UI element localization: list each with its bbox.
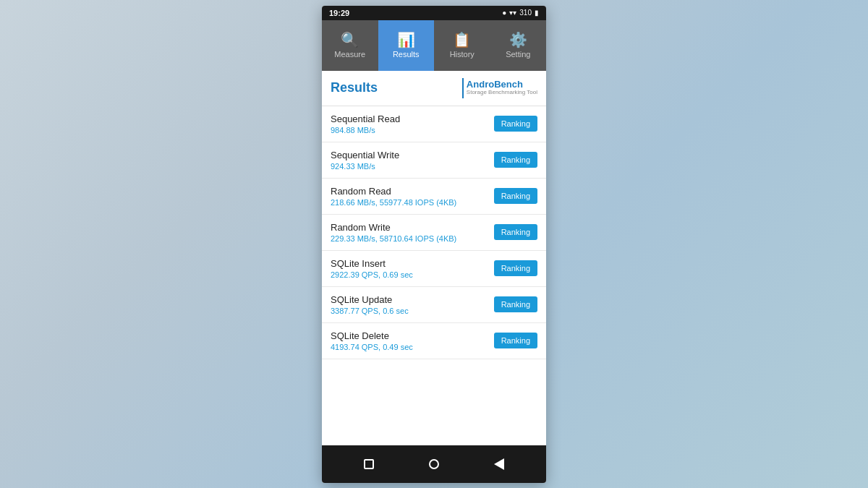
benchmark-info-sqlite-insert: SQLite Insert 2922.39 QPS, 0.69 sec [331, 258, 413, 279]
signal-text: 310 [519, 9, 532, 17]
tab-history-label: History [450, 50, 475, 59]
moon-icon: ● [502, 9, 506, 17]
home-button[interactable] [420, 450, 448, 479]
benchmark-name-sequential-write: Sequential Write [331, 150, 399, 160]
ranking-button-sequential-write[interactable]: Ranking [494, 152, 537, 168]
benchmark-row-random-read: Random Read 218.66 MB/s, 55977.48 IOPS (… [322, 179, 546, 215]
battery-icon: ▮ [535, 9, 539, 17]
results-title: Results [331, 80, 378, 95]
ranking-button-sqlite-insert[interactable]: Ranking [494, 260, 537, 276]
benchmark-list: Sequential Read 984.88 MB/s Ranking Sequ… [322, 106, 546, 445]
benchmark-value-sqlite-insert: 2922.39 QPS, 0.69 sec [331, 270, 413, 279]
history-icon: 📋 [453, 33, 471, 47]
tab-setting-label: Setting [506, 50, 530, 59]
tab-measure[interactable]: 🔍 Measure [322, 20, 378, 71]
benchmark-row-random-write: Random Write 229.33 MB/s, 58710.64 IOPS … [322, 215, 546, 251]
tab-setting[interactable]: ⚙️ Setting [490, 20, 547, 71]
benchmark-info-random-read: Random Read 218.66 MB/s, 55977.48 IOPS (… [331, 186, 456, 207]
tab-results-label: Results [393, 50, 420, 59]
tab-results[interactable]: 📊 Results [378, 20, 435, 71]
benchmark-value-random-write: 229.33 MB/s, 58710.64 IOPS (4KB) [331, 234, 456, 243]
ranking-button-sqlite-delete[interactable]: Ranking [494, 333, 537, 348]
bottom-nav [322, 445, 546, 483]
brand-divider [462, 78, 464, 98]
home-icon [429, 459, 439, 469]
benchmark-info-sqlite-delete: SQLite Delete 4193.74 QPS, 0.49 sec [331, 330, 413, 351]
benchmark-value-sequential-read: 984.88 MB/s [331, 126, 400, 134]
benchmark-value-sequential-write: 924.33 MB/s [331, 162, 399, 171]
benchmark-value-sqlite-update: 3387.77 QPS, 0.6 sec [331, 307, 409, 315]
brand-name: AndroBench [467, 80, 537, 90]
benchmark-info-sqlite-update: SQLite Update 3387.77 QPS, 0.6 sec [331, 294, 409, 315]
tab-history[interactable]: 📋 History [434, 20, 490, 71]
wifi-icon: ▾▾ [509, 9, 516, 17]
results-icon: 📊 [397, 33, 415, 47]
benchmark-row-sequential-read: Sequential Read 984.88 MB/s Ranking [322, 106, 546, 142]
benchmark-name-random-read: Random Read [331, 186, 456, 197]
brand-subtitle: Storage Benchmarking Tool [467, 90, 537, 96]
benchmark-value-random-read: 218.66 MB/s, 55977.48 IOPS (4KB) [331, 198, 456, 207]
benchmark-info-sequential-write: Sequential Write 924.33 MB/s [331, 150, 399, 171]
results-header: Results AndroBench Storage Benchmarking … [322, 71, 546, 106]
ranking-button-random-read[interactable]: Ranking [494, 188, 537, 204]
benchmark-info-sequential-read: Sequential Read 984.88 MB/s [331, 114, 400, 134]
phone-container: 19:29 ● ▾▾ 310 ▮ 🔍 Measure 📊 Results 📋 H… [322, 6, 546, 483]
brand-area: AndroBench Storage Benchmarking Tool [462, 78, 537, 98]
status-icons: ● ▾▾ 310 ▮ [502, 9, 539, 17]
benchmark-row-sqlite-update: SQLite Update 3387.77 QPS, 0.6 sec Ranki… [322, 287, 546, 323]
benchmark-info-random-write: Random Write 229.33 MB/s, 58710.64 IOPS … [331, 222, 456, 243]
back-icon [494, 458, 504, 470]
nav-tabs: 🔍 Measure 📊 Results 📋 History ⚙️ Setting [322, 20, 546, 71]
benchmark-name-sqlite-delete: SQLite Delete [331, 330, 413, 341]
benchmark-name-sequential-read: Sequential Read [331, 114, 400, 124]
brand-text-area: AndroBench Storage Benchmarking Tool [467, 80, 537, 96]
benchmark-value-sqlite-delete: 4193.74 QPS, 0.49 sec [331, 343, 413, 351]
recent-button[interactable] [354, 450, 383, 479]
status-time: 19:29 [329, 9, 349, 17]
back-button[interactable] [485, 450, 514, 479]
benchmark-name-sqlite-insert: SQLite Insert [331, 258, 413, 269]
status-bar: 19:29 ● ▾▾ 310 ▮ [322, 6, 546, 20]
benchmark-name-sqlite-update: SQLite Update [331, 294, 409, 305]
benchmark-name-random-write: Random Write [331, 222, 456, 233]
measure-icon: 🔍 [341, 33, 359, 47]
ranking-button-sequential-read[interactable]: Ranking [494, 116, 537, 132]
tab-measure-label: Measure [334, 50, 365, 59]
ranking-button-random-write[interactable]: Ranking [494, 224, 537, 240]
content-area: Results AndroBench Storage Benchmarking … [322, 71, 546, 445]
setting-icon: ⚙️ [509, 33, 527, 47]
benchmark-row-sequential-write: Sequential Write 924.33 MB/s Ranking [322, 142, 546, 179]
ranking-button-sqlite-update[interactable]: Ranking [494, 296, 537, 312]
benchmark-row-sqlite-insert: SQLite Insert 2922.39 QPS, 0.69 sec Rank… [322, 251, 546, 287]
benchmark-row-sqlite-delete: SQLite Delete 4193.74 QPS, 0.49 sec Rank… [322, 323, 546, 359]
recent-icon [364, 459, 374, 469]
